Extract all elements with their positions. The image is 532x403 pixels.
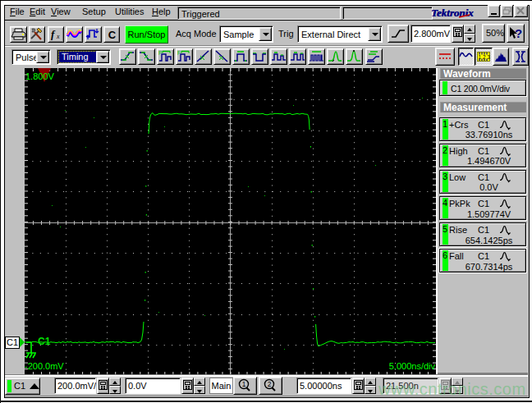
svg-text:x: x	[56, 33, 60, 40]
svg-text:-200.0mV: -200.0mV	[25, 361, 64, 371]
svg-text:5.000ns/div: 5.000ns/div	[389, 361, 436, 371]
svg-text:F: F	[177, 50, 181, 56]
svg-text:C1: C1	[38, 336, 51, 347]
svg-text:2: 2	[268, 380, 272, 388]
svg-text:P: P	[158, 50, 162, 56]
svg-text:?: ?	[515, 26, 522, 40]
svg-text:f: f	[51, 28, 56, 40]
svg-text:1 2 3: 1 2 3	[479, 54, 491, 60]
svg-text:1: 1	[242, 380, 246, 388]
svg-text:1.800V: 1.800V	[25, 71, 55, 81]
